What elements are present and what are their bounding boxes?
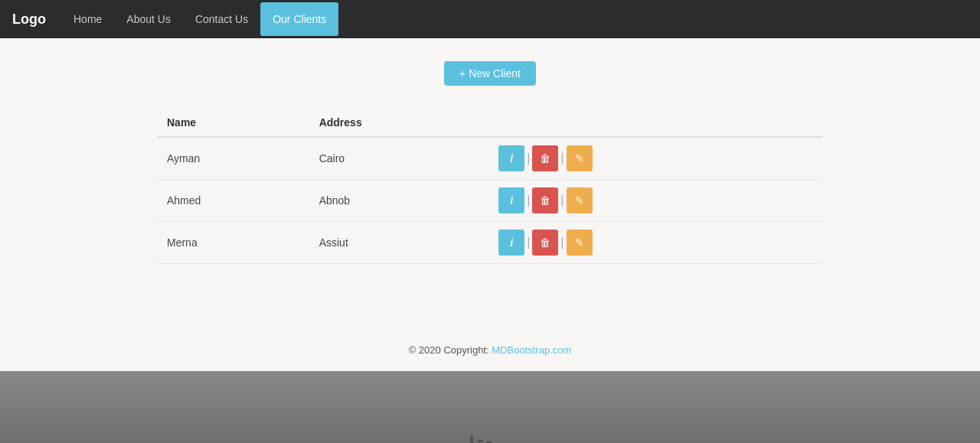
cell-name: Ayman (158, 137, 310, 180)
delete-button[interactable]: 🗑 (532, 187, 558, 213)
delete-button[interactable]: 🗑 (532, 230, 558, 256)
edit-icon: ✎ (575, 236, 584, 249)
sep-2: | (560, 151, 564, 165)
table-row: AymanCairo i | 🗑 | ✎ (158, 137, 822, 180)
action-buttons: i | 🗑 | ✎ (497, 187, 813, 213)
sep-1: | (527, 151, 530, 165)
watermark-text: مستقل (459, 433, 522, 443)
col-header-actions (488, 109, 822, 137)
info-button[interactable]: i (498, 187, 524, 213)
col-header-name: Name (158, 109, 310, 137)
navbar: Logo Home About Us Contact Us Our Client… (0, 0, 980, 38)
edit-icon: ✎ (575, 152, 584, 164)
nav-links: Home About Us Contact Us Our Clients (61, 2, 338, 36)
info-icon: i (510, 152, 513, 164)
info-button[interactable]: i (498, 145, 524, 171)
nav-link-clients[interactable]: Our Clients (260, 2, 338, 36)
edit-button[interactable]: ✎ (567, 230, 593, 256)
nav-link-contact[interactable]: Contact Us (183, 2, 260, 36)
table-header-row: Name Address (158, 109, 822, 137)
info-button[interactable]: i (498, 230, 524, 256)
delete-button[interactable]: 🗑 (532, 145, 558, 171)
cell-actions: i | 🗑 | ✎ (488, 222, 822, 264)
cell-address: Cairo (310, 137, 488, 180)
action-buttons: i | 🗑 | ✎ (497, 145, 813, 171)
action-buttons: i | 🗑 | ✎ (497, 230, 813, 256)
nav-item-contact[interactable]: Contact Us (183, 2, 260, 36)
cell-address: Abnob (310, 180, 488, 222)
footer-text: © 2020 Copyright: (409, 344, 489, 356)
info-icon: i (510, 236, 513, 249)
nav-item-clients[interactable]: Our Clients (260, 2, 338, 36)
sep-1: | (527, 236, 530, 249)
cell-address: Assiut (310, 222, 488, 264)
cell-name: Merna (158, 222, 310, 264)
new-client-btn-wrapper: + New Client (15, 61, 965, 86)
cell-actions: i | 🗑 | ✎ (488, 180, 822, 222)
sep-1: | (527, 194, 530, 207)
nav-link-about[interactable]: About Us (114, 2, 183, 36)
info-icon: i (510, 194, 513, 207)
edit-button[interactable]: ✎ (567, 145, 593, 171)
edit-icon: ✎ (575, 194, 584, 207)
trash-icon: 🗑 (540, 236, 550, 249)
sep-2: | (560, 194, 564, 207)
edit-button[interactable]: ✎ (567, 187, 593, 213)
trash-icon: 🗑 (540, 152, 550, 164)
new-client-button[interactable]: + New Client (444, 61, 536, 86)
video-watermark: مستقل mostaql.com (459, 433, 522, 443)
nav-item-about[interactable]: About Us (114, 2, 183, 36)
cell-name: Ahmed (158, 180, 310, 222)
footer: © 2020 Copyright: MDBootstrap.com (0, 329, 980, 371)
table-row: AhmedAbnob i | 🗑 | ✎ (158, 180, 822, 222)
cell-actions: i | 🗑 | ✎ (488, 137, 822, 180)
navbar-brand[interactable]: Logo (12, 11, 46, 28)
video-bar: oom_2 مستقل mostaql.com 0:27 0:01:16 (0, 371, 980, 443)
clients-table: Name Address AymanCairo i | 🗑 | ✎ AhmedA… (158, 109, 822, 264)
table-row: MernaAssiut i | 🗑 | ✎ (158, 222, 822, 264)
trash-icon: 🗑 (540, 194, 550, 207)
footer-link[interactable]: MDBootstrap.com (492, 344, 571, 356)
main-content: + New Client Name Address AymanCairo i |… (0, 38, 980, 329)
nav-item-home[interactable]: Home (61, 2, 114, 36)
sep-2: | (560, 236, 564, 249)
nav-link-home[interactable]: Home (61, 2, 114, 36)
col-header-address: Address (310, 109, 488, 137)
